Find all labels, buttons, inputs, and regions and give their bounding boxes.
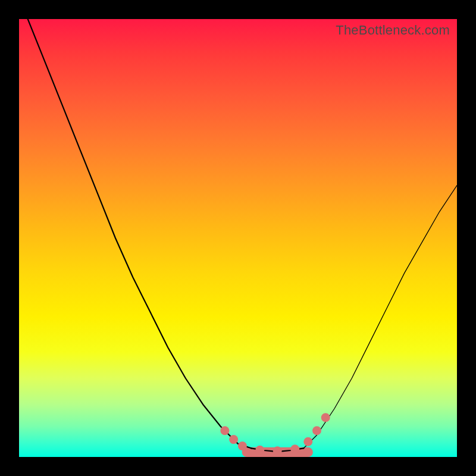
chart-frame: TheBottleneck.com bbox=[0, 0, 476, 476]
pink-dot bbox=[273, 446, 282, 455]
pink-dot bbox=[303, 437, 312, 446]
plot-area: TheBottleneck.com bbox=[19, 19, 457, 457]
pink-dot bbox=[321, 413, 330, 422]
curve-lines bbox=[28, 19, 457, 451]
pink-dot bbox=[255, 446, 264, 455]
pink-dot bbox=[290, 444, 299, 453]
pink-dot bbox=[238, 441, 247, 450]
pink-dot bbox=[220, 426, 229, 435]
pink-dot bbox=[312, 426, 321, 435]
marker-dots bbox=[220, 413, 330, 455]
series-left-curve bbox=[28, 19, 251, 448]
series-right-curve bbox=[303, 186, 457, 449]
pink-dot bbox=[229, 435, 238, 444]
curve-svg bbox=[19, 19, 457, 457]
